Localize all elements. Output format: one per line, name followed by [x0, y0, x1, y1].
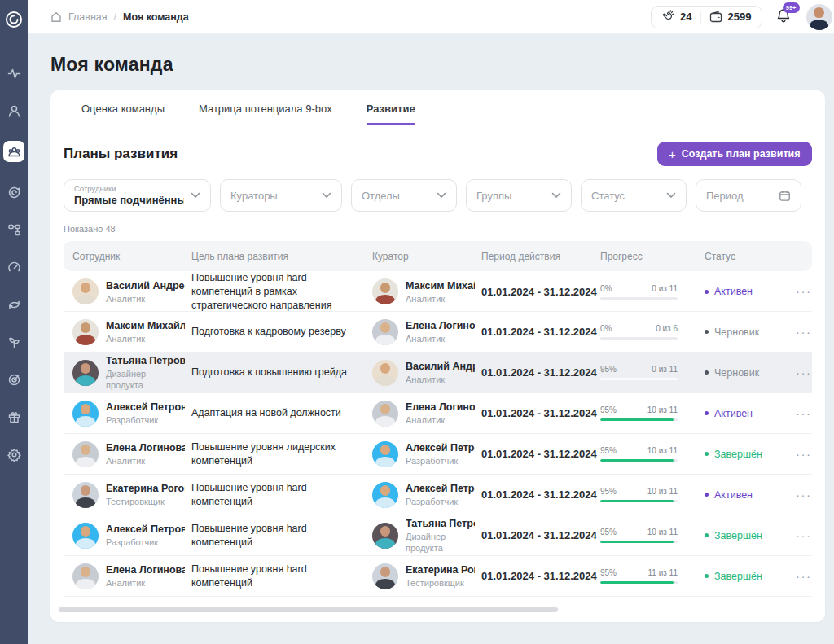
table-row[interactable]: Елена Логинова Аналитик Повышение уровня…: [64, 434, 812, 475]
progress-count: 10 из 11: [647, 528, 678, 537]
chevron-down-icon: [666, 192, 676, 199]
notifications-button[interactable]: 99+: [775, 7, 793, 27]
plan-progress: 95% 0 из 11: [600, 365, 678, 380]
plan-period: 01.01.2024 - 31.12.2024: [481, 529, 600, 541]
coins-stat[interactable]: 2599: [709, 11, 752, 23]
employee-avatar: [72, 278, 99, 304]
employee-avatar: [72, 360, 99, 386]
progress-bar: [600, 500, 678, 502]
progress-percent: 0%: [600, 284, 612, 293]
filter-departments[interactable]: Отделы: [351, 179, 457, 212]
row-menu-button[interactable]: ···: [796, 325, 812, 339]
progress-bar: [600, 297, 678, 300]
table-row[interactable]: Максим Михайл... Аналитик Подготовка к к…: [64, 312, 812, 353]
stats-divider: [700, 11, 701, 24]
sidebar-nav-items: [3, 66, 24, 462]
home-icon[interactable]: [50, 11, 62, 23]
row-menu-button[interactable]: ···: [796, 528, 812, 542]
filter-period[interactable]: Период: [696, 179, 801, 212]
activity-icon[interactable]: [7, 66, 21, 81]
employee-role: Тестировкщик: [106, 496, 185, 507]
plan-period: 01.01.2024 - 31.12.2024: [481, 326, 600, 338]
progress-bar: [600, 541, 678, 543]
table-row[interactable]: Екатерина Рогова Тестировкщик Повышение …: [64, 475, 812, 515]
filter-placeholder: Отделы: [362, 190, 400, 202]
filter-employees[interactable]: СотрудникиПрямые подчинённые: [64, 179, 211, 212]
progress-count: 11 из 11: [648, 568, 678, 577]
user-icon[interactable]: [7, 103, 21, 118]
plans-table: СотрудникЦель плана развитияКураторПерио…: [64, 241, 812, 597]
gauge-icon[interactable]: [7, 260, 21, 274]
plan-progress: 95% 10 из 11: [600, 405, 678, 421]
row-menu-button[interactable]: ···: [796, 447, 812, 461]
curator-role: Аналитик: [406, 414, 475, 426]
employee-name: Татьяна Петрова: [106, 354, 185, 368]
tab-1[interactable]: Матрица потенциала 9-box: [199, 90, 332, 125]
progress-count: 0 из 6: [656, 324, 678, 333]
row-menu-button[interactable]: ···: [796, 569, 812, 583]
status-dot: [705, 493, 709, 497]
horizontal-scrollbar[interactable]: [59, 607, 558, 612]
status-dot: [705, 370, 709, 375]
table-row[interactable]: Василий Андреев Аналитик Повышение уровн…: [64, 271, 812, 312]
progress-count: 10 из 11: [647, 405, 678, 414]
plan-progress: 95% 10 из 11: [600, 446, 678, 462]
progress-percent: 95%: [600, 405, 617, 414]
table-row[interactable]: Алексей Петров Разработчик Адаптация на …: [64, 393, 812, 434]
curator-cell: Алексей Петров Разработчик: [372, 441, 481, 467]
table-row[interactable]: Татьяна Петрова Дизайнер продукта Подгот…: [64, 353, 812, 393]
tab-2[interactable]: Развитие: [367, 90, 415, 125]
column-header: Куратор: [372, 251, 481, 262]
sidebar-nav: [0, 0, 28, 644]
status-badge: Активен: [705, 408, 784, 419]
plan-period: 01.01.2024 - 31.12.2024: [481, 448, 600, 460]
tab-0[interactable]: Оценка команды: [81, 90, 165, 125]
plan-goal: Повышение уровня hard компетенций: [191, 563, 372, 590]
filter-placeholder: Статус: [591, 190, 625, 202]
sync-icon[interactable]: [7, 297, 21, 312]
status-badge: Черновик: [705, 326, 784, 338]
progress-bar: [600, 378, 678, 380]
curator-role: Аналитик: [406, 374, 475, 385]
breadcrumb-home-link[interactable]: Главная: [68, 11, 108, 23]
org-structure-icon[interactable]: [7, 222, 21, 237]
plan-period: 01.01.2024 - 31.12.2024: [481, 488, 600, 501]
sprout-icon[interactable]: [7, 335, 21, 349]
curator-avatar: [372, 523, 398, 549]
settings-icon[interactable]: [7, 447, 21, 462]
status-dot: [705, 452, 709, 456]
status-label: Активен: [714, 489, 753, 501]
chevron-down-icon: [437, 192, 446, 199]
curator-role: Аналитик: [406, 333, 475, 344]
employee-avatar: [72, 319, 99, 345]
target-icon[interactable]: [7, 372, 21, 387]
curator-name: Елена Логинова: [406, 401, 475, 414]
row-menu-button[interactable]: ···: [796, 488, 812, 502]
curator-name: Максим Михайл...: [406, 279, 475, 293]
team-icon[interactable]: [3, 141, 24, 162]
column-header: Период действия: [481, 251, 600, 262]
plan-period: 01.01.2024 - 31.12.2024: [481, 366, 600, 379]
table-row[interactable]: Елена Логинова Аналитик Повышение уровня…: [64, 556, 812, 597]
create-plan-button[interactable]: + Создать план развития: [657, 142, 812, 166]
row-menu-button[interactable]: ···: [796, 406, 812, 420]
row-menu-button[interactable]: ···: [796, 366, 812, 379]
employee-avatar: [72, 563, 99, 589]
employee-cell: Елена Логинова Аналитик: [72, 441, 191, 467]
gift-icon[interactable]: [7, 410, 21, 424]
app-logo-icon[interactable]: [3, 9, 24, 30]
curator-name: Алексей Петров: [406, 482, 475, 496]
row-menu-button[interactable]: ···: [796, 284, 812, 298]
employee-role: Разработчик: [106, 414, 185, 426]
user-avatar[interactable]: [806, 4, 832, 30]
filter-curators[interactable]: Кураторы: [220, 179, 342, 212]
claps-stat[interactable]: 24: [661, 10, 691, 24]
filter-groups[interactable]: Группы: [466, 179, 572, 212]
table-row[interactable]: Алексей Петров Разработчик Повышение уро…: [64, 515, 812, 556]
progress-bar: [600, 581, 678, 584]
chat-icon[interactable]: [7, 185, 21, 199]
notifications-badge: 99+: [783, 2, 800, 14]
filter-status[interactable]: Статус: [581, 179, 687, 212]
employee-cell: Алексей Петров Разработчик: [72, 523, 191, 549]
status-label: Активен: [714, 286, 753, 297]
